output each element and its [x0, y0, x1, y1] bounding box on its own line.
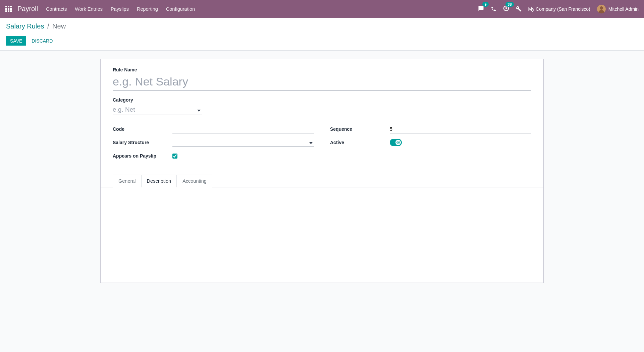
- sequence-row: Sequence: [330, 124, 531, 134]
- breadcrumb: Salary Rules / New: [6, 22, 638, 30]
- control-panel: Salary Rules / New SAVE DISCARD: [0, 18, 644, 51]
- nav-item-contracts[interactable]: Contracts: [46, 6, 67, 12]
- sequence-input[interactable]: [390, 125, 531, 133]
- nav-item-configuration[interactable]: Configuration: [166, 6, 195, 12]
- appears-on-payslip-checkbox[interactable]: [172, 154, 177, 159]
- salary-structure-input[interactable]: [172, 138, 314, 147]
- action-buttons: SAVE DISCARD: [6, 36, 638, 46]
- svg-point-2: [600, 6, 603, 10]
- form-sheet: Rule Name Category Code Salary Structure: [100, 59, 544, 283]
- breadcrumb-parent[interactable]: Salary Rules: [6, 22, 44, 30]
- left-column: Code Salary Structure Appears on Payslip: [113, 124, 314, 165]
- avatar: [597, 5, 606, 13]
- activities-badge: 38: [505, 2, 514, 7]
- company-selector[interactable]: My Company (San Francisco): [528, 6, 590, 12]
- code-row: Code: [113, 124, 314, 134]
- save-button[interactable]: SAVE: [6, 36, 26, 46]
- form-columns: Code Salary Structure Appears on Payslip: [113, 124, 531, 165]
- phone-icon[interactable]: [491, 6, 496, 12]
- breadcrumb-separator: /: [47, 22, 49, 30]
- tab-general[interactable]: General: [113, 175, 141, 187]
- breadcrumb-current: New: [52, 22, 66, 30]
- appears-on-payslip-label: Appears on Payslip: [113, 153, 172, 159]
- navbar-left: Payroll Contracts Work Entries Payslips …: [5, 5, 195, 13]
- salary-structure-row: Salary Structure: [113, 138, 314, 147]
- active-label: Active: [330, 140, 390, 145]
- apps-icon[interactable]: [5, 6, 12, 12]
- active-row: Active: [330, 138, 531, 147]
- right-column: Sequence Active: [330, 124, 531, 165]
- salary-structure-label: Salary Structure: [113, 140, 172, 145]
- appears-on-payslip-row: Appears on Payslip: [113, 151, 314, 161]
- active-toggle[interactable]: [390, 139, 402, 146]
- rule-name-input[interactable]: [113, 74, 531, 91]
- code-input[interactable]: [172, 125, 314, 133]
- activities-icon[interactable]: 38: [503, 5, 509, 12]
- nav-item-work-entries[interactable]: Work Entries: [75, 6, 103, 12]
- user-name: Mitchell Admin: [608, 6, 639, 12]
- app-brand[interactable]: Payroll: [17, 5, 38, 13]
- messages-icon[interactable]: 9: [478, 5, 484, 12]
- category-label: Category: [113, 97, 531, 103]
- messages-badge: 9: [482, 2, 488, 7]
- category-group: Category: [113, 97, 531, 115]
- sequence-label: Sequence: [330, 126, 390, 132]
- rule-name-group: Rule Name: [113, 67, 531, 91]
- navbar-right: 9 38 My Company (San Francisco) Mitchell…: [478, 5, 639, 13]
- category-input[interactable]: [113, 105, 202, 115]
- debug-icon[interactable]: [516, 6, 522, 12]
- navbar: Payroll Contracts Work Entries Payslips …: [0, 0, 644, 18]
- tab-description[interactable]: Description: [141, 175, 177, 187]
- nav-menu: Contracts Work Entries Payslips Reportin…: [46, 6, 195, 12]
- content-area: Rule Name Category Code Salary Structure: [0, 51, 644, 283]
- user-menu[interactable]: Mitchell Admin: [597, 5, 639, 13]
- tab-accounting[interactable]: Accounting: [177, 175, 212, 187]
- discard-button[interactable]: DISCARD: [28, 36, 57, 46]
- code-label: Code: [113, 126, 172, 132]
- nav-item-reporting[interactable]: Reporting: [137, 6, 158, 12]
- nav-item-payslips[interactable]: Payslips: [111, 6, 129, 12]
- tab-content: [113, 187, 531, 275]
- tabs: General Description Accounting: [101, 175, 543, 187]
- toggle-knob: [395, 140, 401, 145]
- rule-name-label: Rule Name: [113, 67, 531, 72]
